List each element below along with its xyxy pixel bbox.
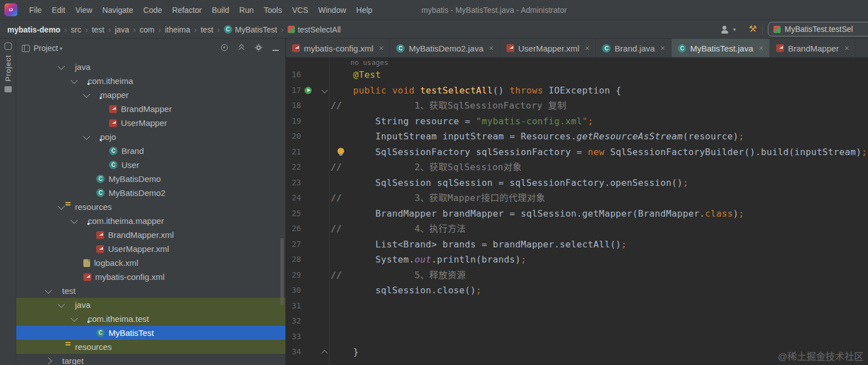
menu-item-run[interactable]: Run	[234, 0, 259, 20]
code-line-23[interactable]: 23 SqlSession sqlSession = sqlSessionFac…	[286, 175, 868, 191]
close-icon[interactable]: ×	[585, 44, 589, 53]
chevron-down-icon[interactable]	[83, 133, 90, 140]
code-line-33[interactable]: 33	[286, 329, 868, 345]
menu-item-edit[interactable]: Edit	[47, 0, 71, 20]
close-icon[interactable]: ×	[660, 44, 665, 53]
breadcrumb-src[interactable]: src	[71, 25, 82, 34]
tree-item-com.itheima[interactable]: com.itheima	[16, 74, 285, 88]
breadcrumb-testSelectAll[interactable]: testSelectAll	[288, 25, 341, 34]
tree-item-java[interactable]: java	[16, 60, 285, 74]
code-line-22[interactable]: 22// 2、获取SqlSession对象	[286, 160, 868, 175]
code-line-26[interactable]: 26// 4、执行方法	[286, 221, 868, 237]
chevron-down-icon[interactable]	[58, 203, 65, 210]
close-icon[interactable]: ×	[844, 44, 849, 53]
tree-item-MyBatisDemo2[interactable]: MyBatisDemo2	[16, 186, 285, 200]
tree-item-User[interactable]: User	[16, 158, 285, 172]
tree-item-com.itheima.test[interactable]: com.itheima.test	[16, 312, 285, 326]
code-line-16[interactable]: 16 @Test	[286, 67, 868, 83]
code-line-24[interactable]: 24// 3、获取Mapper接口的代理对象	[286, 190, 868, 206]
chevron-down-icon[interactable]: ▾	[60, 45, 63, 52]
menu-item-navigate[interactable]: Navigate	[97, 0, 138, 20]
tree-item-mapper[interactable]: mapper	[16, 88, 285, 102]
code-line-19[interactable]: 19 String resource = "mybatis-config.xml…	[286, 114, 868, 129]
chevron-down-icon[interactable]	[71, 217, 78, 224]
tab-MyBatisTest.java[interactable]: MyBatisTest.java×	[672, 39, 770, 58]
breadcrumb-MyBatisTest[interactable]: MyBatisTest	[224, 25, 277, 34]
tree-item-resources[interactable]: resources	[16, 200, 285, 214]
chevron-down-icon[interactable]	[71, 77, 78, 84]
code-line-30[interactable]: 30 sqlSession.close();	[286, 283, 868, 298]
code-line-29[interactable]: 29// 5、释放资源	[286, 268, 868, 283]
run-configuration-selector[interactable]: MyBatisTest.testSel	[768, 22, 868, 36]
breadcrumb-test[interactable]: test	[92, 25, 105, 34]
chevron-down-icon[interactable]	[71, 315, 78, 322]
tree-item-MyBatisTest[interactable]: MyBatisTest	[16, 326, 285, 340]
code-line-20[interactable]: 20 InputStream inputStream = Resources.g…	[286, 129, 868, 144]
close-icon[interactable]: ×	[759, 44, 763, 53]
hide-icon[interactable]	[273, 43, 279, 53]
project-stripe-label[interactable]: Project	[4, 55, 12, 81]
menu-item-build[interactable]: Build	[207, 0, 234, 20]
usages-inlay-hint[interactable]: no usages	[350, 58, 388, 67]
tree-item-MyBatisDemo[interactable]: MyBatisDemo	[16, 172, 285, 186]
menu-item-tools[interactable]: Tools	[259, 0, 287, 20]
code-line-25[interactable]: 25 BrandMapper brandMapper = sqlSession.…	[286, 206, 868, 222]
menu-item-code[interactable]: Code	[138, 0, 167, 20]
tree-item-test[interactable]: test	[16, 284, 285, 298]
breadcrumb-com[interactable]: com	[140, 25, 154, 34]
project-tool-window-icon[interactable]	[4, 43, 12, 50]
tree-item-mybatis-config.xml[interactable]: mybatis-config.xml	[16, 270, 285, 284]
tree-item-resources[interactable]: resources	[16, 340, 285, 354]
fold-down-icon[interactable]	[321, 87, 327, 93]
close-icon[interactable]: ×	[379, 44, 383, 53]
breadcrumb-java[interactable]: java	[115, 25, 129, 34]
collapse-all-icon[interactable]	[238, 43, 245, 53]
code-line-32[interactable]: 32	[286, 313, 868, 329]
menu-item-help[interactable]: Help	[351, 0, 378, 20]
tool-window-stripe-icon[interactable]	[4, 86, 12, 92]
tree-item-java[interactable]: java	[16, 298, 285, 312]
fold-up-icon[interactable]	[321, 350, 327, 356]
tree-item-target[interactable]: target	[16, 354, 285, 365]
close-icon[interactable]: ×	[489, 44, 494, 53]
code-line-18[interactable]: 18// 1、获取SqlSessionFactory 复制	[286, 98, 868, 114]
menu-item-window[interactable]: Window	[313, 0, 351, 20]
editor-content[interactable]: no usages 16 @Test17 public void testSel…	[286, 58, 868, 365]
tree-item-Brand[interactable]: Brand	[16, 144, 285, 158]
tree-item-com.itheima.mapper[interactable]: com.itheima.mapper	[16, 214, 285, 228]
chevron-right-icon[interactable]	[45, 357, 52, 364]
code-line-31[interactable]: 31	[286, 298, 868, 314]
settings-gear-icon[interactable]	[255, 43, 262, 53]
build-hammer-icon[interactable]: ⚒	[749, 25, 757, 34]
menu-item-vcs[interactable]: VCS	[287, 0, 313, 20]
tab-BrandMapper[interactable]: BrandMapper×	[770, 39, 856, 58]
chevron-down-icon[interactable]	[45, 287, 52, 294]
code-line-21[interactable]: 21 SqlSessionFactory sqlSessionFactory =…	[286, 144, 868, 160]
breadcrumb-itheima[interactable]: itheima	[165, 25, 190, 34]
menu-item-refactor[interactable]: Refactor	[167, 0, 207, 20]
tab-Brand.java[interactable]: Brand.java×	[596, 39, 672, 58]
code-line-28[interactable]: 28 System.out.println(brands);	[286, 252, 868, 268]
tree-item-UserMapper[interactable]: UserMapper	[16, 116, 285, 130]
chevron-down-icon[interactable]	[58, 301, 65, 308]
tree-item-BrandMapper[interactable]: BrandMapper	[16, 102, 285, 116]
chevron-down-icon[interactable]	[83, 91, 90, 98]
tree-item-pojo[interactable]: pojo	[16, 130, 285, 144]
tree-item-logback.xml[interactable]: logback.xml	[16, 256, 285, 270]
run-test-icon[interactable]	[304, 87, 312, 94]
tree-item-UserMapper.xml[interactable]: UserMapper.xml	[16, 242, 285, 256]
code-line-27[interactable]: 27 List<Brand> brands = brandMapper.sele…	[286, 237, 868, 252]
menu-item-file[interactable]: File	[24, 0, 47, 20]
chevron-down-icon[interactable]: ▾	[733, 26, 736, 32]
intellij-logo-icon[interactable]: IJ	[4, 3, 17, 16]
breadcrumb-mybatis-demo[interactable]: mybatis-demo	[7, 25, 60, 34]
project-panel-title[interactable]: Project	[34, 44, 58, 53]
tree-item-BrandMapper.xml[interactable]: BrandMapper.xml	[16, 228, 285, 242]
locate-icon[interactable]	[221, 43, 228, 53]
menu-item-view[interactable]: View	[71, 0, 97, 20]
project-scrollbar[interactable]	[280, 238, 284, 305]
user-profile-icon[interactable]	[720, 25, 729, 34]
tab-UserMapper.xml[interactable]: UserMapper.xml×	[500, 39, 596, 58]
tab-mybatis-config.xml[interactable]: mybatis-config.xml×	[286, 39, 390, 58]
chevron-down-icon[interactable]	[58, 63, 65, 70]
